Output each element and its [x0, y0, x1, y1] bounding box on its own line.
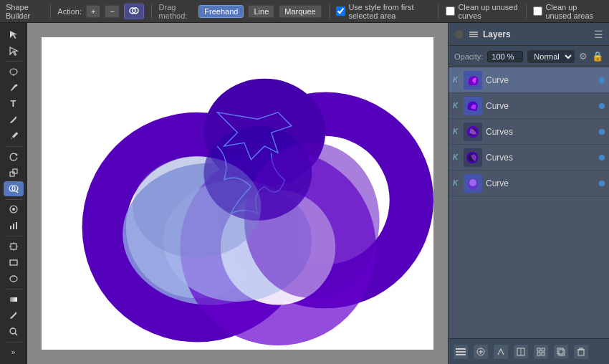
- svg-rect-15: [10, 226, 11, 229]
- svg-rect-70: [580, 348, 582, 350]
- layer-settings-btn[interactable]: ⚙: [579, 51, 588, 62]
- layer-item[interactable]: K Curves: [449, 145, 609, 171]
- marquee-button[interactable]: Marquee: [279, 5, 321, 18]
- footer-layers-btn[interactable]: [453, 344, 469, 360]
- freehand-button[interactable]: Freehand: [198, 5, 244, 18]
- left-sidebar: T: [0, 23, 27, 364]
- tool-sep-4: [5, 236, 22, 236]
- shape-builder-tool[interactable]: [4, 181, 24, 196]
- layer-item[interactable]: K Curve: [449, 171, 609, 196]
- svg-point-4: [15, 85, 17, 87]
- svg-rect-41: [469, 34, 478, 35]
- svg-rect-17: [16, 222, 17, 229]
- lasso-tool[interactable]: [4, 64, 24, 79]
- svg-rect-8: [10, 172, 14, 176]
- layers-menu-btn[interactable]: ☰: [594, 29, 603, 40]
- footer-transform-btn[interactable]: [513, 344, 529, 360]
- main-area: T: [0, 23, 609, 364]
- layer-thumb-4: [464, 148, 482, 167]
- svg-line-27: [15, 333, 17, 335]
- cleanup-areas-check[interactable]: Clean up unused areas: [533, 3, 603, 20]
- footer-delete-btn[interactable]: [573, 344, 589, 360]
- layers-title: Layers: [483, 29, 590, 39]
- svg-point-39: [133, 156, 261, 257]
- svg-rect-56: [456, 354, 466, 355]
- scale-tool[interactable]: [4, 166, 24, 180]
- layer-k-3: K: [453, 128, 460, 135]
- svg-rect-54: [456, 348, 466, 350]
- layer-name-5: Curve: [486, 178, 595, 188]
- layer-dot-1: [599, 77, 605, 83]
- layer-dot-4: [599, 155, 605, 161]
- tool-sep-2: [5, 146, 22, 147]
- svg-rect-16: [13, 224, 14, 229]
- pen-tool[interactable]: [4, 80, 24, 95]
- svg-rect-62: [537, 348, 540, 351]
- footer-copy-btn[interactable]: [553, 344, 569, 360]
- sep3: [329, 4, 330, 19]
- layer-name-1: Curve: [486, 75, 595, 85]
- panel-collapse-btn[interactable]: [454, 29, 464, 39]
- add-button[interactable]: +: [86, 5, 100, 18]
- footer-merge-btn[interactable]: [493, 344, 509, 360]
- zoom-tool[interactable]: [4, 325, 24, 339]
- sep2: [151, 4, 152, 19]
- svg-point-38: [244, 143, 380, 298]
- gradient-tool[interactable]: [4, 292, 24, 307]
- layer-item[interactable]: K Curve: [449, 93, 609, 119]
- intersect-button[interactable]: [124, 4, 144, 19]
- footer-add-btn[interactable]: [473, 344, 489, 360]
- svg-rect-40: [469, 32, 478, 33]
- graph-tool[interactable]: [4, 219, 24, 233]
- intersect-icon: [129, 6, 139, 16]
- layer-k-5: K: [453, 179, 460, 187]
- layer-item[interactable]: K Curves: [449, 119, 609, 145]
- tool-sep-1: [5, 61, 22, 62]
- select-tool[interactable]: [4, 27, 24, 42]
- tool-sep-6: [5, 342, 22, 343]
- canvas-area[interactable]: [27, 23, 448, 364]
- layer-dot-2: [599, 103, 605, 109]
- svg-rect-25: [10, 297, 17, 302]
- layer-thumb-2: [464, 97, 482, 115]
- svg-rect-42: [469, 36, 478, 37]
- svg-rect-67: [557, 348, 563, 354]
- tool-sep-3: [5, 199, 22, 200]
- type-tool[interactable]: T: [4, 96, 24, 110]
- layer-thumb-1: [464, 71, 482, 90]
- rectangle-tool[interactable]: [4, 255, 24, 269]
- artboard-tool[interactable]: [4, 239, 24, 254]
- pencil-tool[interactable]: [4, 128, 24, 143]
- sep4: [438, 4, 439, 19]
- direct-select-tool[interactable]: [4, 43, 24, 57]
- layer-item[interactable]: K Curve: [449, 67, 609, 93]
- layer-k-4: K: [453, 153, 460, 161]
- artwork-canvas: [42, 37, 433, 350]
- layer-k-2: K: [453, 102, 460, 110]
- layer-dot-5: [599, 181, 605, 186]
- symbol-tool[interactable]: [4, 202, 24, 216]
- rotate-tool[interactable]: [4, 149, 24, 163]
- app-label: Shape Builder: [6, 3, 43, 20]
- tool-sep-5: [5, 289, 22, 289]
- paint-brush-tool[interactable]: [4, 112, 24, 127]
- blend-mode-select[interactable]: Normal: [527, 50, 575, 63]
- svg-rect-64: [537, 353, 540, 355]
- footer-grid-btn[interactable]: [533, 344, 549, 360]
- cleanup-curves-check[interactable]: Clean up unused curves: [446, 3, 518, 20]
- eyedropper-tool[interactable]: [4, 308, 24, 322]
- opacity-input[interactable]: 100 %: [487, 51, 523, 62]
- use-style-check[interactable]: Use style from first selected area: [336, 3, 431, 20]
- sep1: [50, 4, 51, 19]
- layer-lock-btn[interactable]: 🔒: [592, 51, 603, 62]
- ellipse-tool[interactable]: [4, 272, 24, 286]
- svg-rect-5: [11, 132, 17, 138]
- subtract-button[interactable]: −: [105, 5, 119, 18]
- svg-rect-23: [10, 260, 17, 265]
- svg-marker-6: [11, 138, 12, 139]
- svg-rect-63: [542, 348, 545, 351]
- line-button[interactable]: Line: [248, 5, 274, 18]
- more-tools[interactable]: »: [4, 345, 24, 360]
- layer-thumb-5: [464, 174, 482, 193]
- layer-name-2: Curve: [486, 101, 595, 111]
